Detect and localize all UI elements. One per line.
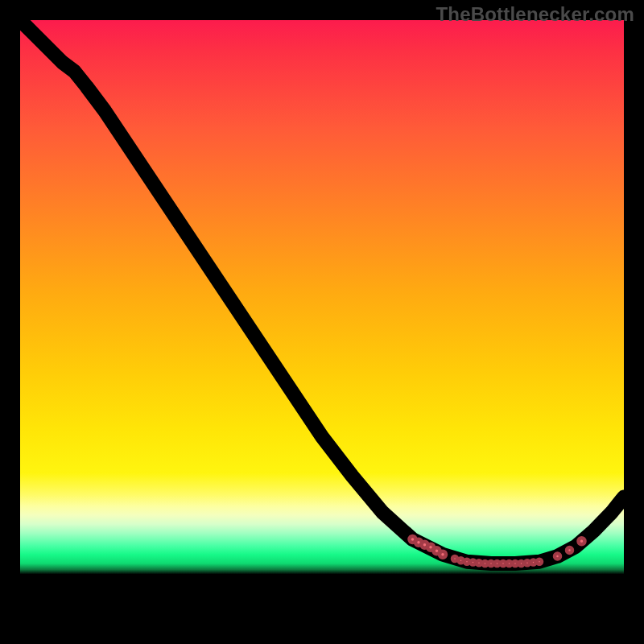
chart-frame: TheBottlenecker.com: [0, 0, 644, 644]
curve-marker: [483, 561, 488, 566]
curve-marker: [459, 558, 464, 563]
curve-marker: [531, 560, 536, 565]
curve-layer: [20, 20, 624, 624]
watermark-text: TheBottlenecker.com: [436, 3, 634, 26]
bottleneck-curve: [20, 20, 624, 564]
curve-marker: [537, 559, 542, 564]
curve-marker: [525, 560, 530, 565]
curve-marker: [579, 538, 585, 544]
curve-marker: [501, 561, 506, 566]
plot-area: [20, 20, 624, 624]
curve-marker: [471, 560, 476, 565]
curve-marker: [452, 556, 457, 561]
curve-marker: [477, 560, 481, 565]
curve-marker: [489, 561, 493, 566]
curve-marker: [513, 561, 518, 566]
curve-marker: [555, 553, 560, 559]
curve-marker: [440, 551, 446, 558]
curve-marker: [464, 559, 469, 564]
curve-marker: [507, 561, 512, 566]
curve-marker: [495, 561, 500, 566]
curve-marker: [519, 561, 524, 566]
curve-marker: [567, 547, 572, 553]
